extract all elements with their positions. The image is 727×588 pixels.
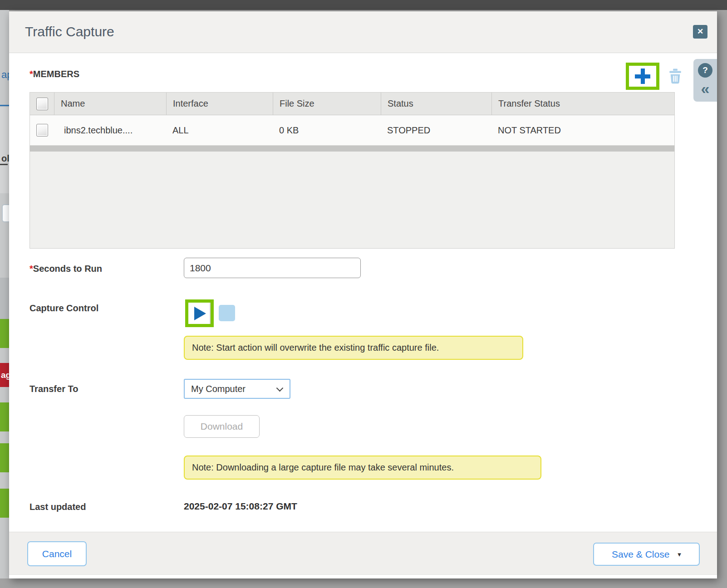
column-header-transfer-status: Transfer Status — [491, 93, 674, 115]
cell-file-size: 0 KB — [273, 115, 381, 145]
background-status-bar-green — [0, 489, 9, 518]
trash-icon — [668, 69, 682, 84]
column-header-file-size: File Size — [273, 93, 381, 115]
column-header-status: Status — [381, 93, 491, 115]
seconds-to-run-input[interactable] — [184, 258, 361, 278]
caret-down-icon: ▾ — [678, 550, 681, 559]
background-status-bar-red: ag — [0, 363, 9, 387]
play-button-highlight — [185, 299, 214, 327]
play-icon — [194, 307, 206, 320]
delete-member-button[interactable] — [668, 69, 683, 85]
transfer-to-selected-value: My Computer — [185, 380, 290, 398]
download-button[interactable]: Download — [184, 415, 260, 438]
start-note: Note: Start action will overwrite the ex… — [184, 336, 523, 360]
table-header-row: Name Interface File Size Status Transfer… — [30, 93, 674, 115]
traffic-capture-dialog: Traffic Capture ✕ *MEMBERS — [9, 11, 717, 578]
cell-name: ibns2.techblue.... — [54, 115, 166, 145]
required-marker: * — [29, 69, 33, 79]
dialog-title: Traffic Capture — [25, 11, 114, 52]
plus-icon — [635, 69, 650, 84]
background-top-bar — [0, 0, 727, 10]
last-updated-value: 2025-02-07 15:08:27 GMT — [184, 501, 297, 512]
table-row[interactable]: ibns2.techblue.... ALL 0 KB STOPPED NOT … — [30, 115, 674, 145]
close-icon[interactable]: ✕ — [693, 25, 707, 39]
column-header-name: Name — [54, 93, 166, 115]
background-link-fragment: ap — [0, 69, 9, 81]
select-all-cell — [30, 93, 54, 115]
background-tab-fragment: ol — [0, 153, 8, 165]
members-table: Name Interface File Size Status Transfer… — [29, 92, 675, 249]
row-checkbox[interactable] — [36, 124, 48, 137]
dialog-footer: Cancel Save & Close ▾ — [9, 532, 717, 575]
transfer-to-label: Transfer To — [29, 384, 78, 394]
row-checkbox-cell — [30, 124, 54, 137]
members-label: *MEMBERS — [29, 69, 79, 79]
stop-capture-button[interactable] — [219, 305, 235, 321]
cell-status: STOPPED — [381, 115, 491, 145]
background-band-fragment — [0, 278, 9, 319]
collapse-icon[interactable]: « — [698, 80, 712, 97]
dialog-side-tab: ? « — [693, 59, 717, 102]
help-icon[interactable]: ? — [698, 63, 712, 78]
background-page-strip: ap ol ag — [0, 10, 9, 578]
seconds-to-run-label-text: Seconds to Run — [33, 264, 102, 274]
capture-control-label: Capture Control — [29, 303, 98, 314]
horizontal-scrollbar[interactable] — [30, 145, 674, 152]
members-label-text: MEMBERS — [33, 69, 79, 79]
cancel-button[interactable]: Cancel — [27, 541, 87, 566]
cell-transfer-status: NOT STARTED — [491, 115, 674, 145]
background-status-bar-green — [0, 443, 9, 472]
background-status-bar-green — [0, 319, 9, 348]
save-close-label: Save & Close — [612, 549, 669, 560]
background-panel-fragment — [0, 107, 9, 193]
seconds-to-run-label: *Seconds to Run — [29, 264, 102, 274]
last-updated-label: Last updated — [29, 502, 86, 512]
download-note: Note: Downloading a large capture file m… — [184, 456, 541, 480]
cell-interface: ALL — [166, 115, 273, 145]
required-marker: * — [29, 264, 33, 274]
add-member-button[interactable] — [629, 66, 656, 87]
screen: ap ol ag Traffic Capture ✕ *MEMBERS — [0, 0, 727, 588]
background-button-fragment — [2, 204, 9, 222]
select-all-checkbox[interactable] — [36, 98, 48, 110]
add-button-highlight — [626, 63, 659, 90]
dialog-header: Traffic Capture ✕ — [9, 11, 717, 53]
start-capture-button[interactable] — [188, 303, 211, 324]
background-status-bar-green — [0, 402, 9, 431]
column-header-interface: Interface — [166, 93, 273, 115]
background-divider-fragment — [0, 105, 9, 106]
save-close-button[interactable]: Save & Close ▾ — [593, 543, 700, 566]
transfer-to-select[interactable]: My Computer — [184, 379, 290, 399]
